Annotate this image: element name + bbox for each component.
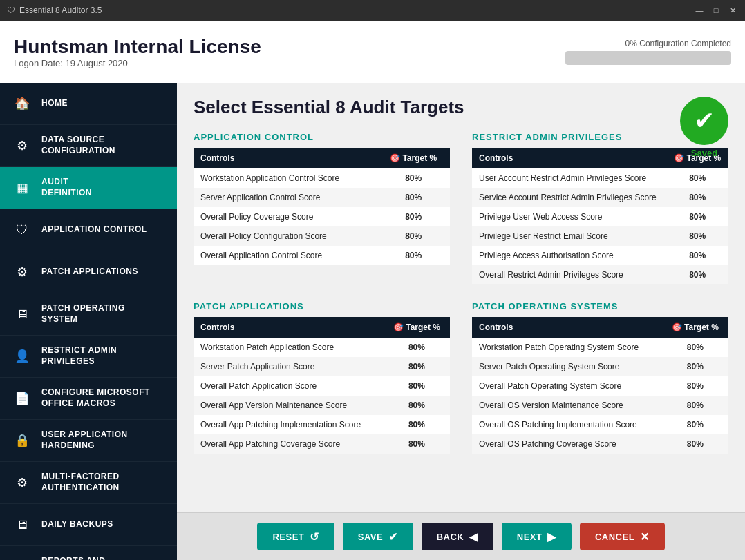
target-value[interactable]: 80% bbox=[384, 434, 450, 454]
content-area: Select Essential 8 Audit Targets ✔ Saved… bbox=[177, 83, 745, 560]
table-row: Service Account Restrict Admin Privilege… bbox=[472, 188, 728, 207]
target-value[interactable]: 80% bbox=[666, 246, 728, 265]
minimize-button[interactable]: — bbox=[694, 5, 705, 16]
target-value[interactable]: 80% bbox=[384, 357, 450, 376]
patch-applications-label: PATCH APPLICATIONS bbox=[41, 267, 138, 278]
table-row: Privilege User Restrict Email Score80% bbox=[472, 226, 728, 246]
target-value[interactable]: 80% bbox=[666, 226, 728, 246]
home-icon: 🏠 bbox=[11, 93, 33, 115]
control-name: Overall Policy Coverage Score bbox=[194, 207, 377, 226]
sidebar-item-application-control[interactable]: 🛡APPLICATION CONTROL bbox=[0, 209, 177, 251]
target-value[interactable]: 80% bbox=[662, 415, 728, 434]
section-application-control: APPLICATION CONTROLControls🎯 Target %Wor… bbox=[194, 132, 450, 284]
sidebar-item-patch-applications[interactable]: ⚙PATCH APPLICATIONS bbox=[0, 251, 177, 293]
close-button[interactable]: ✕ bbox=[727, 5, 738, 16]
sidebar-item-user-hardening[interactable]: 🔒USER APPLICATION HARDENING bbox=[0, 420, 177, 462]
control-name: Overall OS Patching Implementation Score bbox=[472, 415, 662, 434]
control-name: Overall Patch Application Score bbox=[194, 376, 384, 396]
target-value[interactable]: 80% bbox=[384, 338, 450, 357]
sidebar-item-data-source[interactable]: ⚙DATA SOURCE CONFIGURATION bbox=[0, 125, 177, 167]
target-value[interactable]: 80% bbox=[384, 376, 450, 396]
table-row: Overall Restrict Admin Privileges Score8… bbox=[472, 265, 728, 284]
col-controls: Controls bbox=[472, 148, 666, 168]
bottom-bar: RESET ↺ SAVE ✔ BACK ◀ NEXT ▶ CANCEL ✕ bbox=[177, 512, 745, 560]
sidebar-item-multi-factor[interactable]: ⚙MULTI-FACTORED AUTHENTICATION bbox=[0, 462, 177, 504]
saved-badge: ✔ Saved bbox=[680, 97, 728, 158]
configure-macros-icon: 📄 bbox=[11, 387, 33, 409]
sidebar-item-configure-macros[interactable]: 📄CONFIGURE MICROSOFT OFFICE MACROS bbox=[0, 378, 177, 420]
control-name: Overall Application Control Score bbox=[194, 246, 377, 265]
target-value[interactable]: 80% bbox=[662, 357, 728, 376]
sidebar-item-audit-definition[interactable]: ▦AUDIT DEFINITION bbox=[0, 167, 177, 209]
target-value[interactable]: 80% bbox=[377, 207, 450, 226]
col-controls: Controls bbox=[194, 317, 384, 338]
reports-icon: 📊 bbox=[11, 556, 33, 560]
table-row: Overall OS Patching Coverage Score80% bbox=[472, 434, 728, 454]
progress-bar-outer bbox=[565, 51, 731, 65]
reports-label: REPORTS AND SUMMARIES bbox=[41, 556, 105, 560]
table-patch-operating-systems: Controls🎯 Target %Workstation Patch Oper… bbox=[472, 317, 728, 454]
sidebar-item-patch-os[interactable]: 🖥PATCH OPERATING SYSTEM bbox=[0, 293, 177, 336]
sidebar-item-reports[interactable]: 📊REPORTS AND SUMMARIES bbox=[0, 546, 177, 560]
target-value[interactable]: 80% bbox=[666, 168, 728, 188]
target-value[interactable]: 80% bbox=[666, 188, 728, 207]
sidebar-item-home[interactable]: 🏠HOME bbox=[0, 83, 177, 125]
data-source-icon: ⚙ bbox=[11, 135, 33, 157]
control-name: Workstation Patch Application Score bbox=[194, 338, 384, 357]
target-value[interactable]: 80% bbox=[662, 338, 728, 357]
control-name: Server Application Control Score bbox=[194, 188, 377, 207]
target-value[interactable]: 80% bbox=[384, 396, 450, 415]
target-value[interactable]: 80% bbox=[377, 246, 450, 265]
saved-label: Saved bbox=[691, 148, 717, 158]
target-value[interactable]: 80% bbox=[377, 168, 450, 188]
restrict-admin-icon: 👤 bbox=[11, 345, 33, 367]
table-restrict-admin-privileges: Controls🎯 Target %User Account Restrict … bbox=[472, 148, 728, 284]
reset-icon: ↺ bbox=[310, 530, 319, 543]
cancel-button[interactable]: CANCEL ✕ bbox=[580, 523, 665, 550]
target-value[interactable]: 80% bbox=[666, 265, 728, 284]
maximize-button[interactable]: □ bbox=[710, 5, 722, 16]
col-controls: Controls bbox=[472, 317, 662, 338]
save-label: SAVE bbox=[358, 532, 383, 542]
control-name: Overall App Patching Coverage Score bbox=[194, 434, 384, 454]
data-source-label: DATA SOURCE CONFIGURATION bbox=[41, 135, 115, 156]
control-name: Overall Policy Configuration Score bbox=[194, 226, 377, 246]
daily-backups-icon: 🖥 bbox=[11, 514, 33, 536]
target-value[interactable]: 80% bbox=[377, 226, 450, 246]
control-name: Workstation Application Control Score bbox=[194, 168, 377, 188]
sidebar-item-daily-backups[interactable]: 🖥DAILY BACKUPS bbox=[0, 504, 177, 546]
target-value[interactable]: 80% bbox=[666, 207, 728, 226]
restrict-admin-label: RESTRICT ADMIN PRIVILEGES bbox=[41, 345, 117, 367]
target-value[interactable]: 80% bbox=[662, 396, 728, 415]
home-label: HOME bbox=[41, 98, 68, 109]
reset-button[interactable]: RESET ↺ bbox=[257, 523, 334, 550]
back-button[interactable]: BACK ◀ bbox=[422, 523, 493, 550]
table-row: Overall Application Control Score80% bbox=[194, 246, 450, 265]
progress-area: 0% Configuration Completed bbox=[565, 39, 731, 65]
table-row: Workstation Application Control Score80% bbox=[194, 168, 450, 188]
control-name: Server Patch Operating System Score bbox=[472, 357, 662, 376]
save-button[interactable]: SAVE ✔ bbox=[343, 523, 413, 550]
next-button[interactable]: NEXT ▶ bbox=[502, 523, 572, 550]
section-title-patch-operating-systems: PATCH OPERATING SYSTEMS bbox=[472, 301, 728, 311]
header: Huntsman Internal License Logon Date: 19… bbox=[0, 21, 745, 83]
control-name: Workstation Patch Operating System Score bbox=[472, 338, 662, 357]
table-row: Overall App Patching Coverage Score80% bbox=[194, 434, 450, 454]
sidebar-item-restrict-admin[interactable]: 👤RESTRICT ADMIN PRIVILEGES bbox=[0, 336, 177, 378]
application-control-icon: 🛡 bbox=[11, 219, 33, 241]
audit-definition-icon: ▦ bbox=[11, 177, 33, 199]
application-control-label: APPLICATION CONTROL bbox=[41, 224, 147, 235]
control-name: Overall Restrict Admin Privileges Score bbox=[472, 265, 666, 284]
reset-label: RESET bbox=[272, 532, 304, 542]
target-value[interactable]: 80% bbox=[377, 188, 450, 207]
user-hardening-label: USER APPLICATION HARDENING bbox=[41, 429, 128, 451]
table-row: Privilege User Web Access Score80% bbox=[472, 207, 728, 226]
target-value[interactable]: 80% bbox=[662, 434, 728, 454]
main-layout: 🏠HOME⚙DATA SOURCE CONFIGURATION▦AUDIT DE… bbox=[0, 83, 745, 560]
target-value[interactable]: 80% bbox=[384, 415, 450, 434]
daily-backups-label: DAILY BACKUPS bbox=[41, 519, 113, 530]
control-name: Overall OS Patching Coverage Score bbox=[472, 434, 662, 454]
control-name: Server Patch Application Score bbox=[194, 357, 384, 376]
col-target: 🎯 Target % bbox=[662, 317, 728, 338]
target-value[interactable]: 80% bbox=[662, 376, 728, 396]
